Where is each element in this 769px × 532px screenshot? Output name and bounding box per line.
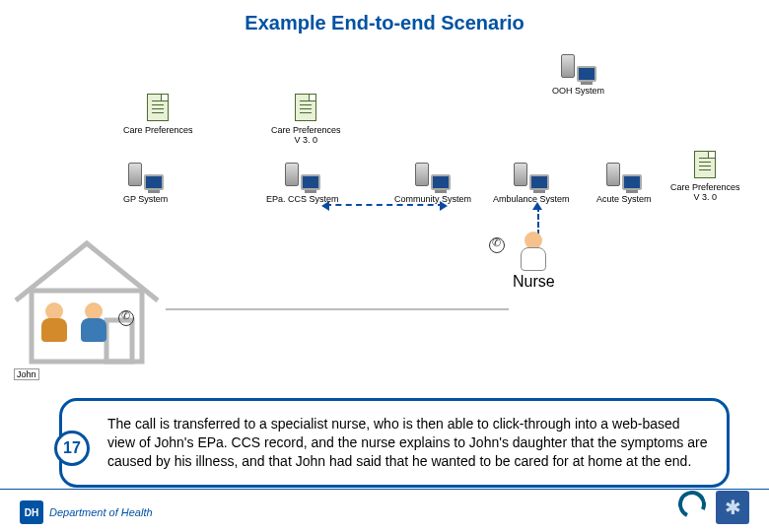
daughter-person [81, 302, 106, 342]
callout-box: 17 The call is transferred to a speciali… [59, 398, 730, 488]
system-label-community: Community System [394, 194, 471, 204]
house-icon [8, 232, 166, 369]
connector-house-nurse [166, 308, 509, 310]
computer-icon [128, 163, 164, 190]
nurse-person: Nurse [513, 232, 555, 291]
snowflake-logo-icon: ✱ [716, 491, 749, 524]
document-icon [295, 94, 316, 121]
john-person [41, 302, 67, 342]
system-label-acute: Acute System [596, 194, 652, 204]
q-logo-icon [674, 487, 710, 522]
svg-rect-1 [106, 320, 132, 362]
phone-icon [489, 237, 505, 253]
nurse-label: Nurse [513, 273, 555, 291]
connector-epaccs-community [325, 204, 444, 206]
computer-icon [415, 163, 451, 190]
system-label-gp: GP System [123, 194, 168, 204]
step-number: 17 [54, 431, 90, 466]
doc-label-care-pref-right: Care Preferences V 3. 0 [670, 182, 740, 202]
dh-logo: DH Department of Health [20, 500, 153, 524]
system-label-ambulance: Ambulance System [493, 194, 570, 204]
footer: DH Department of Health ✱ [0, 489, 769, 528]
doc-label-care-pref-mid: Care Preferences V 3. 0 [271, 125, 341, 145]
dh-logo-text: Department of Health [49, 506, 153, 518]
system-label-ooh: OOH System [552, 86, 604, 96]
page-title: Example End-to-end Scenario [0, 0, 769, 34]
computer-icon [561, 54, 596, 82]
dh-badge-icon: DH [20, 500, 43, 524]
callout-text: The call is transferred to a specialist … [107, 415, 711, 471]
document-icon [694, 151, 716, 178]
connector-arrow-up [532, 202, 542, 210]
diagram-canvas: OOH System Care Preferences Care Prefere… [0, 34, 769, 409]
computer-icon [606, 163, 642, 190]
computer-icon [514, 163, 549, 190]
document-icon [147, 94, 169, 121]
doc-label-care-pref-left: Care Preferences [123, 125, 193, 135]
john-label: John [14, 368, 39, 380]
computer-icon [285, 163, 320, 190]
phone-icon [118, 310, 134, 326]
